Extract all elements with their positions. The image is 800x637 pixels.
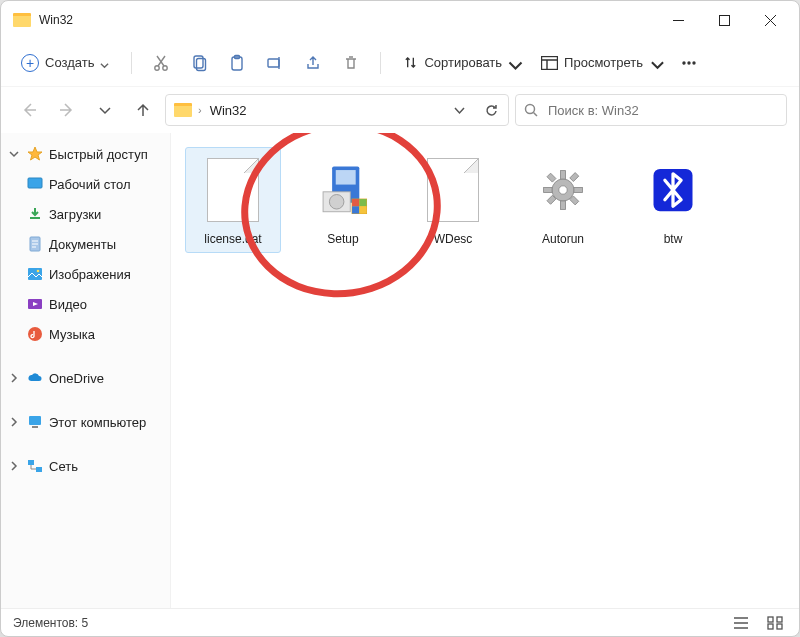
sidebar-videos[interactable]: Видео <box>1 289 170 319</box>
sidebar-quick-access[interactable]: Быстрый доступ <box>1 139 170 169</box>
sort-button[interactable]: Сортировать <box>393 49 527 76</box>
sidebar-music[interactable]: Музыка <box>1 319 170 349</box>
sidebar-item-label: Сеть <box>49 459 164 474</box>
sidebar-network[interactable]: Сеть <box>1 451 170 481</box>
body: Быстрый доступ Рабочий стол Загрузки Док… <box>1 133 799 608</box>
sort-label: Сортировать <box>424 55 502 70</box>
svg-rect-41 <box>570 173 579 182</box>
nav-row: › Win32 <box>1 87 799 133</box>
breadcrumb[interactable]: Win32 <box>208 103 249 118</box>
chevron-down-icon <box>100 58 109 67</box>
svg-point-17 <box>37 270 40 273</box>
file-item[interactable]: Setup <box>295 147 391 253</box>
title-bar: Win32 <box>1 1 799 39</box>
up-button[interactable] <box>127 94 159 126</box>
sidebar-item-label: Музыка <box>49 327 164 342</box>
new-button-label: Создать <box>45 55 94 70</box>
file-item[interactable]: btw <box>625 147 721 253</box>
svg-point-19 <box>28 327 42 341</box>
svg-point-34 <box>559 186 567 194</box>
icons-view-button[interactable] <box>763 613 787 633</box>
details-view-button[interactable] <box>729 613 753 633</box>
chevron-down-icon[interactable] <box>7 147 21 161</box>
blank-file-icon <box>197 154 269 226</box>
close-button[interactable] <box>747 1 793 39</box>
svg-point-12 <box>526 105 535 114</box>
file-label: license.dat <box>204 232 261 246</box>
explorer-window: Win32 + Создать Сортировать Просмотреть <box>0 0 800 637</box>
svg-point-2 <box>163 65 167 69</box>
search-input[interactable] <box>546 102 778 119</box>
svg-rect-16 <box>28 268 42 280</box>
breadcrumb-sep: › <box>198 104 202 116</box>
file-item[interactable]: WDesc <box>405 147 501 253</box>
svg-rect-36 <box>560 201 565 209</box>
search-box[interactable] <box>515 94 787 126</box>
svg-rect-23 <box>36 467 42 472</box>
plus-icon: + <box>21 54 39 72</box>
file-item[interactable]: license.dat <box>185 147 281 253</box>
music-icon <box>27 326 43 342</box>
recent-button[interactable] <box>89 94 121 126</box>
svg-rect-25 <box>336 170 356 185</box>
chevron-down-icon <box>649 58 658 67</box>
rename-button[interactable] <box>258 46 292 80</box>
sidebar-downloads[interactable]: Загрузки <box>1 199 170 229</box>
svg-rect-32 <box>359 206 366 213</box>
minimize-button[interactable] <box>655 1 701 39</box>
gear-icon <box>527 154 599 226</box>
sidebar-item-label: Быстрый доступ <box>49 147 164 162</box>
sidebar-onedrive[interactable]: OneDrive <box>1 363 170 393</box>
sidebar-documents[interactable]: Документы <box>1 229 170 259</box>
svg-rect-13 <box>28 178 42 188</box>
svg-rect-45 <box>777 617 782 622</box>
forward-button[interactable] <box>51 94 83 126</box>
chevron-right-icon[interactable] <box>7 459 21 473</box>
sidebar-item-label: Изображения <box>49 267 164 282</box>
more-button[interactable] <box>672 46 706 80</box>
svg-point-9 <box>683 62 685 64</box>
refresh-button[interactable] <box>478 97 504 123</box>
svg-point-11 <box>693 62 695 64</box>
copy-button[interactable] <box>182 46 216 80</box>
svg-rect-44 <box>768 617 773 622</box>
chevron-right-icon[interactable] <box>7 415 21 429</box>
file-list: license.dat <box>185 147 785 253</box>
svg-rect-29 <box>352 199 359 206</box>
svg-rect-20 <box>29 416 41 425</box>
toolbar-divider <box>131 52 132 74</box>
address-bar[interactable]: › Win32 <box>165 94 509 126</box>
chevron-right-icon[interactable] <box>7 371 21 385</box>
download-icon <box>27 206 43 222</box>
sidebar-item-label: Рабочий стол <box>49 177 164 192</box>
status-bar: Элементов: 5 <box>1 608 799 636</box>
folder-icon <box>13 13 31 27</box>
pc-icon <box>27 414 43 430</box>
sidebar-pictures[interactable]: Изображения <box>1 259 170 289</box>
bluetooth-icon <box>637 154 709 226</box>
address-dropdown[interactable] <box>446 97 472 123</box>
share-button[interactable] <box>296 46 330 80</box>
svg-rect-39 <box>547 173 556 182</box>
delete-button[interactable] <box>334 46 368 80</box>
svg-point-1 <box>155 65 159 69</box>
file-label: Setup <box>327 232 358 246</box>
back-button[interactable] <box>13 94 45 126</box>
sidebar-this-pc[interactable]: Этот компьютер <box>1 407 170 437</box>
maximize-button[interactable] <box>701 1 747 39</box>
blank-file-icon <box>417 154 489 226</box>
new-button[interactable]: + Создать <box>11 48 119 78</box>
cut-button[interactable] <box>144 46 178 80</box>
sidebar-desktop[interactable]: Рабочий стол <box>1 169 170 199</box>
svg-rect-47 <box>777 624 782 629</box>
view-button[interactable]: Просмотреть <box>531 49 668 76</box>
file-pane[interactable]: license.dat <box>171 133 799 608</box>
sidebar-item-label: Загрузки <box>49 207 164 222</box>
svg-point-27 <box>329 195 344 210</box>
svg-rect-22 <box>28 460 34 465</box>
view-icon <box>541 56 558 70</box>
sidebar-item-label: OneDrive <box>49 371 164 386</box>
paste-button[interactable] <box>220 46 254 80</box>
file-item[interactable]: Autorun <box>515 147 611 253</box>
svg-rect-37 <box>544 187 552 192</box>
